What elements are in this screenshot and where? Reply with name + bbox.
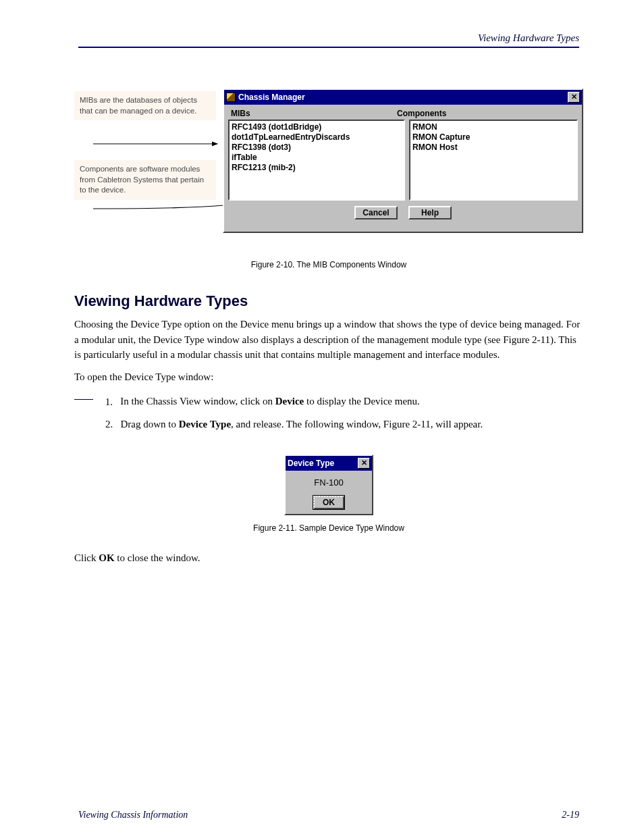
close-icon[interactable]: ✕ <box>358 458 370 469</box>
device-window-title: Device Type <box>288 459 358 468</box>
window-titlebar: Chassis Manager ✕ <box>224 90 582 105</box>
step-1: In the Chassis View window, click on Dev… <box>120 396 420 407</box>
figure-2-10-caption: Figure 2-10. The MIB Components Window <box>74 260 583 269</box>
components-item[interactable]: RMON <box>412 122 574 132</box>
last-paragraph: Click OK to close the window. <box>74 552 200 563</box>
components-listbox[interactable]: RMON RMON Capture RMON Host <box>409 120 578 201</box>
paragraph-1: Choosing the Device Type option on the D… <box>74 317 583 363</box>
paragraph-2: To open the Device Type window: <box>74 369 583 385</box>
figure-2-11-container: Device Type ✕ FN-100 OK <box>74 454 583 515</box>
header-section-title: Viewing Hardware Types <box>74 32 583 44</box>
close-icon[interactable]: ✕ <box>568 92 580 103</box>
mibs-item[interactable]: ifTable <box>232 153 402 163</box>
figure-2-10-container: MIBs are the databases of objects that c… <box>74 88 583 244</box>
header-divider <box>78 47 579 48</box>
mibs-item[interactable]: RFC1493 (dot1dBridge) <box>232 122 402 132</box>
components-label: Components <box>397 109 575 118</box>
annotation-components: Components are software modules from Cab… <box>74 160 216 200</box>
mibs-item[interactable]: RFC1398 (dot3) <box>232 142 402 153</box>
cancel-button[interactable]: Cancel <box>354 206 398 219</box>
section-heading: Viewing Hardware Types <box>74 292 583 310</box>
mibs-item[interactable]: dot1dTpLearnedEntryDiscards <box>232 132 402 142</box>
help-button[interactable]: Help <box>408 206 452 219</box>
figure-2-11-caption: Figure 2-11. Sample Device Type Window <box>74 523 583 533</box>
app-icon <box>226 93 236 102</box>
components-item[interactable]: RMON Capture <box>412 132 574 142</box>
window-title: Chassis Manager <box>238 93 568 102</box>
device-type-value: FN-100 <box>290 477 368 488</box>
ok-button[interactable]: OK <box>313 496 344 509</box>
mibs-label: MIBs <box>231 109 397 118</box>
components-item[interactable]: RMON Host <box>412 142 574 153</box>
step-cue-icon <box>74 399 93 400</box>
step-2: Drag down to Device Type, and release. T… <box>121 419 483 429</box>
device-type-window: Device Type ✕ FN-100 OK <box>284 454 373 515</box>
mibs-listbox[interactable]: RFC1493 (dot1dBridge) dot1dTpLearnedEntr… <box>228 120 405 201</box>
mibs-item[interactable]: RFC1213 (mib-2) <box>232 163 402 173</box>
chassis-manager-window: Chassis Manager ✕ MIBs Components RFC149… <box>223 88 583 233</box>
annotation-mibs: MIBs are the databases of objects that c… <box>74 91 216 120</box>
